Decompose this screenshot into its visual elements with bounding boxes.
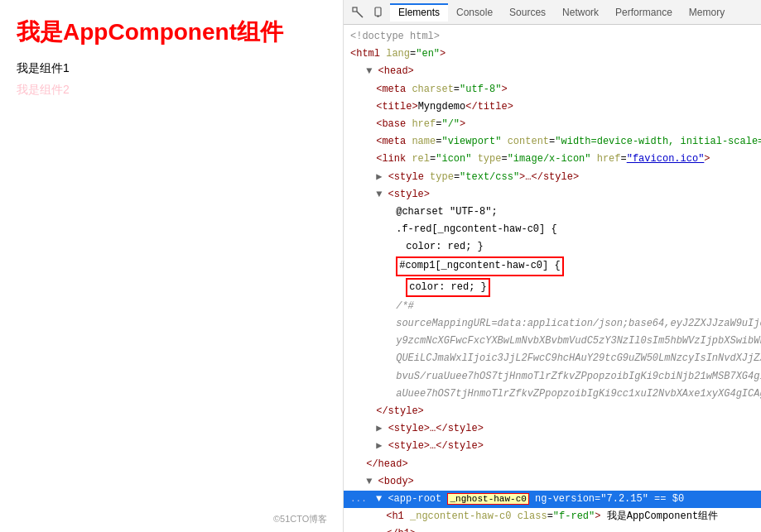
dom-line-sourcemap3[interactable]: QUEiLCJmaWxlIjoic3JjL2FwcC9hcHAuY29tcG9u…	[344, 350, 761, 367]
devtools-tab-bar: Elements Console Sources Network Perform…	[344, 0, 761, 25]
device-icon[interactable]	[368, 2, 390, 23]
tab-performance[interactable]: Performance	[607, 3, 681, 22]
svg-rect-0	[353, 7, 357, 12]
dom-line[interactable]: <html lang="en">	[344, 46, 761, 63]
dom-line[interactable]: ▼ <style>	[344, 186, 761, 204]
dom-line[interactable]: ▼ <head>	[344, 63, 761, 80]
dom-line[interactable]: </style>	[344, 403, 761, 420]
svg-line-1	[357, 12, 363, 17]
dom-line[interactable]: ▶ <style type="text/css">…</style>	[344, 169, 761, 186]
dom-line[interactable]: ▶ <style>…</style>	[344, 420, 761, 438]
dom-line[interactable]: ▶ <style>…</style>	[344, 438, 761, 455]
app-title: 我是AppComponent组件	[17, 17, 326, 48]
dom-line[interactable]: <!doctype html>	[344, 28, 761, 46]
comp2-label: 我是组件2	[17, 83, 326, 98]
dom-line[interactable]: </head>	[344, 456, 761, 473]
comp1-label: 我是组件1	[17, 61, 326, 76]
dom-line-comp1-selector[interactable]: #comp1[_ngcontent-haw-c0] {	[344, 256, 761, 276]
dom-line-sourcemap2[interactable]: y9zcmNcXGFwcFxcYXBwLmNvbXBvbmVudC5zY3NzI…	[344, 333, 761, 350]
dom-line-sourcemap4[interactable]: bvuS/ruaUuee7hOS7tjHnmoTlrZfkvZPpopzoibI…	[344, 368, 761, 386]
tab-memory[interactable]: Memory	[681, 3, 733, 22]
dom-line[interactable]: color: red; }	[344, 238, 761, 256]
dom-line[interactable]: <base href="/">	[344, 116, 761, 133]
svg-rect-2	[375, 7, 381, 16]
svg-rect-3	[377, 16, 379, 17]
dom-line-sourcemap5[interactable]: aUuee7hOS7tjHnmoTlrZfkvZPpopzoibIgKi9cc1…	[344, 386, 761, 403]
dom-line[interactable]: <title>Myngdemo</title>	[344, 98, 761, 116]
devtools-panel: Elements Console Sources Network Perform…	[344, 0, 761, 532]
app-preview: 我是AppComponent组件 我是组件1 我是组件2	[0, 0, 344, 532]
dom-tree: <!doctype html> <html lang="en"> ▼ <head…	[344, 25, 761, 532]
watermark: ©51CTO博客	[273, 513, 327, 525]
tab-elements[interactable]: Elements	[390, 3, 448, 22]
dom-line[interactable]: /*#	[344, 298, 761, 315]
dom-line-comp1-color[interactable]: color: red; }	[344, 277, 761, 298]
dom-line[interactable]: </h1>	[344, 525, 761, 532]
dom-line-app-root[interactable]: ... ▼ <app-root _nghost-haw-c0 ng-versio…	[344, 491, 761, 508]
dom-line[interactable]: @charset "UTF-8";	[344, 204, 761, 221]
tab-console[interactable]: Console	[448, 3, 501, 22]
tab-sources[interactable]: Sources	[501, 3, 554, 22]
dom-line[interactable]: <meta name="viewport" content="width=dev…	[344, 133, 761, 151]
inspect-icon[interactable]	[347, 2, 368, 23]
dom-line[interactable]: <meta charset="utf-8">	[344, 81, 761, 98]
tab-network[interactable]: Network	[554, 3, 607, 22]
dom-line[interactable]: .f-red[_ngcontent-haw-c0] {	[344, 221, 761, 238]
dom-line[interactable]: <h1 _ngcontent-haw-c0 class="f-red"> 我是A…	[344, 508, 761, 525]
dom-line[interactable]: <link rel="icon" type="image/x-icon" hre…	[344, 151, 761, 168]
dom-line[interactable]: ▼ <body>	[344, 473, 761, 491]
dom-line-sourcemap1[interactable]: sourceMappingURL=data:application/json;b…	[344, 315, 761, 333]
